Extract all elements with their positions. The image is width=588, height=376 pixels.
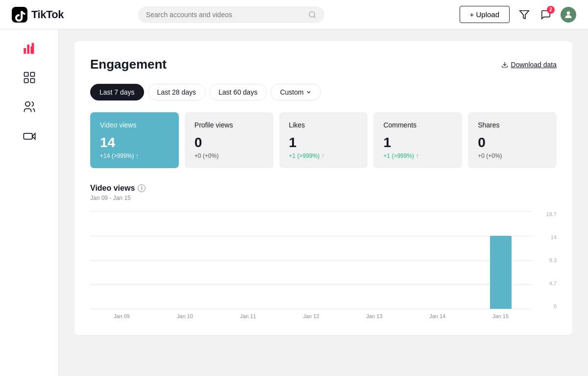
svg-point-1: [309, 11, 315, 17]
metric-change: +14 (>999%) ↑: [100, 152, 169, 159]
bar-group: [90, 211, 153, 309]
bar[interactable]: [490, 236, 512, 309]
svg-rect-9: [30, 73, 34, 76]
tiktok-logo-icon: [12, 7, 27, 23]
search-icon: [308, 10, 317, 19]
search-bar[interactable]: [138, 6, 324, 23]
metric-change: +0 (+0%): [195, 152, 264, 159]
bar-group: [343, 211, 406, 309]
svg-point-12: [25, 102, 29, 106]
x-label: Jan 14: [406, 313, 469, 319]
tabs-row: Last 7 days Last 28 days Last 60 days Cu…: [90, 84, 557, 100]
y-axis: 18.7 14 9.3 4.7 0: [535, 211, 557, 309]
metric-label: Likes: [289, 121, 358, 129]
svg-marker-14: [32, 133, 35, 139]
tab-last-7-days[interactable]: Last 7 days: [90, 84, 144, 100]
metric-value: 1: [383, 135, 452, 150]
metric-change: +1 (>999%) ↑: [383, 152, 452, 159]
metric-likes[interactable]: Likes 1 +1 (>999%) ↑: [279, 112, 368, 168]
metric-change: +0 (+0%): [478, 152, 547, 159]
tab-custom[interactable]: Custom: [270, 84, 320, 100]
chart-section: Video views i Jan 09 - Jan 15: [90, 184, 557, 319]
metric-profile-views[interactable]: Profile views 0 +0 (+0%): [185, 112, 273, 168]
metrics-row: Video views 14 +14 (>999%) ↑ Profile vie…: [90, 112, 557, 168]
x-label: Jan 15: [469, 313, 532, 319]
svg-rect-4: [24, 48, 26, 54]
header: TikTok + Upload 2: [0, 0, 588, 29]
x-labels: Jan 09Jan 10Jan 11Jan 12Jan 13Jan 14Jan …: [90, 309, 532, 319]
metric-value: 14: [100, 135, 169, 150]
svg-rect-7: [31, 43, 34, 54]
bar-group: [280, 211, 343, 309]
page-header: Engagement Download data: [90, 57, 557, 72]
users-icon: [23, 100, 36, 114]
metric-change: +1 (>999%) ↑: [289, 152, 358, 159]
metric-label: Shares: [478, 121, 547, 129]
x-label: Jan 13: [343, 313, 406, 319]
x-label: Jan 12: [280, 313, 343, 319]
notification-badge: 2: [547, 6, 555, 14]
download-button[interactable]: Download data: [501, 61, 557, 69]
logo-area: TikTok: [12, 7, 71, 23]
analytics-icon: [23, 41, 36, 55]
main-content: Engagement Download data Last 7 days Las…: [59, 29, 588, 376]
page-title: Engagement: [90, 57, 167, 72]
chart-title: Video views i: [90, 184, 557, 193]
header-right: + Upload 2: [460, 6, 576, 23]
sidebar-item-dashboard[interactable]: [23, 71, 36, 84]
svg-rect-13: [24, 133, 32, 139]
bar-group: [153, 211, 217, 309]
sidebar-item-users[interactable]: [23, 100, 36, 114]
x-label: Jan 11: [217, 313, 280, 319]
bar-group: [217, 211, 280, 309]
svg-rect-10: [24, 78, 28, 82]
sidebar-item-video[interactable]: [23, 129, 36, 143]
upload-button[interactable]: + Upload: [460, 6, 510, 23]
metric-label: Profile views: [195, 121, 264, 129]
svg-rect-8: [24, 73, 28, 76]
sidebar-item-analytics[interactable]: [23, 41, 36, 55]
x-label: Jan 09: [90, 313, 153, 319]
metric-shares[interactable]: Shares 0 +0 (+0%): [468, 112, 557, 168]
search-input[interactable]: [146, 11, 304, 19]
chart-area: 18.7 14 9.3 4.7 0: [90, 211, 532, 309]
svg-point-3: [567, 11, 570, 15]
metric-value: 0: [478, 135, 547, 150]
messages-icon-button[interactable]: 2: [539, 8, 553, 22]
layout: Engagement Download data Last 7 days Las…: [0, 29, 588, 376]
dashboard-icon: [23, 71, 36, 84]
info-icon[interactable]: i: [138, 184, 146, 192]
logo-text: TikTok: [31, 8, 64, 21]
filter-icon-button[interactable]: [517, 8, 531, 22]
download-label: Download data: [511, 61, 557, 69]
metric-comments[interactable]: Comments 1 +1 (>999%) ↑: [373, 112, 462, 168]
metric-label: Comments: [383, 121, 452, 129]
svg-rect-11: [30, 78, 34, 82]
download-icon: [501, 61, 508, 68]
avatar[interactable]: [561, 7, 576, 23]
tab-last-60-days[interactable]: Last 60 days: [209, 84, 267, 100]
metric-value: 1: [289, 135, 358, 150]
svg-rect-5: [27, 45, 29, 54]
metric-video-views[interactable]: Video views 14 +14 (>999%) ↑: [90, 112, 179, 168]
bar-group: [469, 211, 532, 309]
chevron-down-icon: [306, 89, 312, 95]
engagement-card: Engagement Download data Last 7 days Las…: [74, 41, 572, 335]
bar-group: [406, 211, 469, 309]
video-icon: [23, 129, 36, 143]
x-label: Jan 10: [153, 313, 217, 319]
sidebar: [0, 29, 59, 376]
custom-label: Custom: [280, 88, 303, 96]
svg-marker-2: [520, 10, 529, 19]
chart-date-range: Jan 09 - Jan 15: [90, 195, 557, 201]
tab-last-28-days[interactable]: Last 28 days: [148, 84, 205, 100]
bars-container: [90, 211, 532, 309]
chart-wrapper: 18.7 14 9.3 4.7 0 Jan 09Jan 10Jan 11Jan …: [90, 211, 557, 319]
metric-value: 0: [195, 135, 264, 150]
metric-label: Video views: [100, 121, 169, 129]
